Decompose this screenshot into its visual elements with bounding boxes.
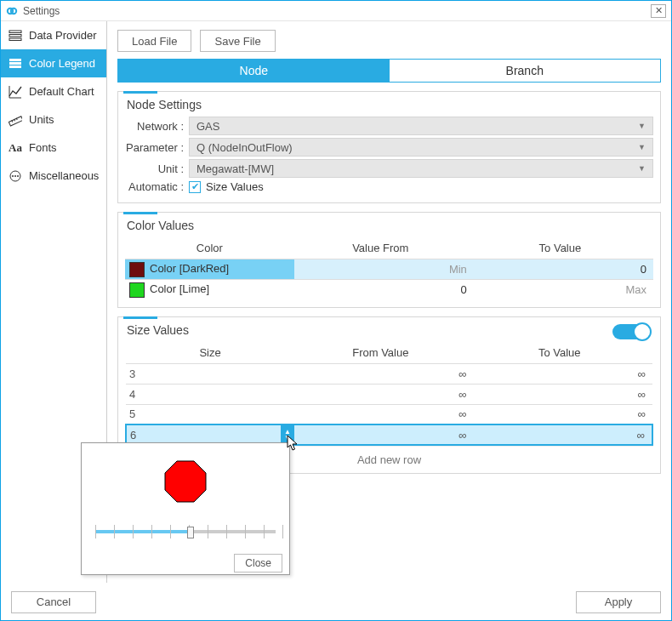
svg-point-15 — [12, 175, 14, 177]
size-row[interactable]: 3 ∞ ∞ — [126, 363, 652, 384]
chevron-down-icon: ▼ — [638, 164, 646, 173]
from-cell[interactable]: ∞ — [294, 363, 473, 384]
svg-rect-7 — [9, 66, 21, 68]
size-row[interactable]: 5 ∞ ∞ — [126, 404, 652, 424]
sidebar-item-fonts[interactable]: Aa Fonts — [1, 134, 106, 162]
svg-marker-18 — [165, 461, 206, 502]
to-cell[interactable]: ∞ — [474, 404, 652, 424]
load-file-button[interactable]: Load File — [117, 30, 191, 52]
color-legend-icon — [8, 56, 23, 71]
automatic-check-label: Size Values — [206, 180, 264, 193]
col-size: Size — [126, 342, 294, 364]
sidebar-item-label: Data Provider — [29, 29, 96, 42]
misc-icon — [8, 168, 23, 184]
network-select[interactable]: GAS ▼ — [189, 117, 653, 135]
svg-rect-3 — [9, 34, 21, 37]
color-row[interactable]: Color [DarkRed] Min 0 — [125, 259, 653, 280]
size-row[interactable]: 4 ∞ ∞ — [126, 384, 652, 404]
svg-rect-10 — [9, 116, 22, 125]
color-row[interactable]: Color [Lime] 0 Max — [125, 280, 653, 300]
sidebar-item-label: Color Legend — [29, 57, 95, 70]
col-color: Color — [125, 237, 294, 259]
save-file-button[interactable]: Save File — [200, 30, 275, 52]
from-cell[interactable]: ∞ — [294, 384, 473, 404]
titlebar: Settings ✕ — [1, 1, 671, 21]
sidebar-item-default-chart[interactable]: Default Chart — [1, 77, 106, 105]
node-settings-panel: Node Settings Network : GAS ▼ Parameter … — [117, 91, 661, 203]
value-from[interactable]: 0 — [294, 280, 474, 300]
network-label: Network : — [125, 120, 189, 133]
svg-rect-4 — [9, 38, 21, 41]
unit-value: Megawatt-[MW] — [196, 162, 274, 175]
value-to[interactable]: 0 — [474, 259, 653, 280]
to-cell[interactable]: ∞ — [474, 384, 652, 404]
fonts-icon: Aa — [8, 140, 23, 156]
svg-point-17 — [17, 175, 19, 177]
size-slider[interactable] — [88, 518, 282, 552]
size-spinner[interactable]: ▲▼ — [281, 425, 294, 444]
size-cell[interactable]: 4 — [126, 384, 294, 404]
size-values-toggle[interactable] — [612, 324, 650, 339]
shape-preview — [88, 450, 282, 513]
chevron-down-icon: ▼ — [638, 143, 646, 151]
panel-title: Size Values — [127, 323, 189, 337]
panel-title: Node Settings — [127, 98, 653, 111]
col-from: From Value — [294, 342, 473, 364]
sidebar-item-units[interactable]: Units — [1, 105, 106, 134]
network-value: GAS — [196, 120, 219, 133]
to-cell[interactable]: ∞ — [474, 363, 652, 384]
sidebar-item-label: Units — [29, 113, 54, 126]
slider-thumb[interactable] — [187, 527, 194, 538]
automatic-checkbox[interactable]: ✔ — [189, 181, 201, 193]
data-provider-icon — [8, 28, 23, 43]
sidebar-item-miscellaneous[interactable]: Miscellaneous — [1, 162, 106, 190]
size-values-table: Size From Value To Value 3 ∞ ∞ 4 ∞ — [125, 342, 653, 447]
svg-rect-6 — [9, 62, 21, 65]
window-title: Settings — [23, 5, 60, 17]
tab-node[interactable]: Node — [118, 60, 390, 82]
chevron-down-icon: ▼ — [638, 122, 646, 130]
panel-title: Color Values — [127, 219, 653, 232]
tab-branch[interactable]: Branch — [390, 60, 661, 82]
from-cell[interactable]: ∞ — [294, 404, 473, 424]
color-values-panel: Color Values Color Value From To Value C… — [117, 212, 661, 308]
parameter-value: Q (NodeInOutFlow) — [196, 141, 293, 154]
ruler-icon — [8, 112, 23, 128]
app-logo-icon — [6, 5, 18, 17]
automatic-label: Automatic : — [125, 180, 189, 193]
color-label: Color [Lime] — [150, 282, 209, 295]
file-toolbar: Load File Save File — [117, 30, 661, 52]
color-swatch — [129, 282, 145, 298]
parameter-label: Parameter : — [125, 141, 189, 154]
col-to: To Value — [474, 342, 652, 364]
color-values-table: Color Value From To Value Color [DarkRed… — [125, 237, 653, 300]
settings-window: Settings ✕ Data Provider Color Legend — [0, 0, 672, 621]
col-from: Value From — [294, 237, 474, 259]
sidebar-item-data-provider[interactable]: Data Provider — [1, 21, 106, 49]
value-from[interactable]: Min — [294, 259, 474, 280]
sidebar-item-label: Default Chart — [29, 85, 94, 98]
color-swatch — [129, 262, 145, 277]
unit-select[interactable]: Megawatt-[MW] ▼ — [189, 159, 653, 178]
value-to[interactable]: Max — [474, 280, 653, 300]
sidebar-item-color-legend[interactable]: Color Legend — [1, 49, 106, 77]
chart-icon — [8, 84, 23, 100]
cancel-button[interactable]: Cancel — [11, 591, 96, 613]
sidebar-item-label: Miscellaneous — [29, 169, 99, 182]
parameter-select[interactable]: Q (NodeInOutFlow) ▼ — [189, 138, 653, 157]
to-cell[interactable]: ∞ — [474, 424, 652, 445]
from-cell[interactable]: ∞ — [294, 424, 473, 445]
footer: Cancel Apply — [1, 583, 671, 620]
svg-point-16 — [14, 175, 16, 177]
unit-label: Unit : — [125, 162, 189, 175]
legend-tabs: Node Branch — [117, 59, 661, 83]
popup-close-button[interactable]: Close — [234, 554, 282, 573]
svg-rect-2 — [9, 31, 21, 33]
col-to: To Value — [474, 237, 653, 259]
size-editor-popup: Close — [81, 442, 290, 575]
apply-button[interactable]: Apply — [576, 591, 661, 613]
size-cell[interactable]: 3 — [126, 363, 294, 384]
window-close-button[interactable]: ✕ — [651, 4, 666, 18]
size-cell[interactable]: 5 — [126, 404, 294, 424]
color-label: Color [DarkRed] — [150, 262, 229, 275]
